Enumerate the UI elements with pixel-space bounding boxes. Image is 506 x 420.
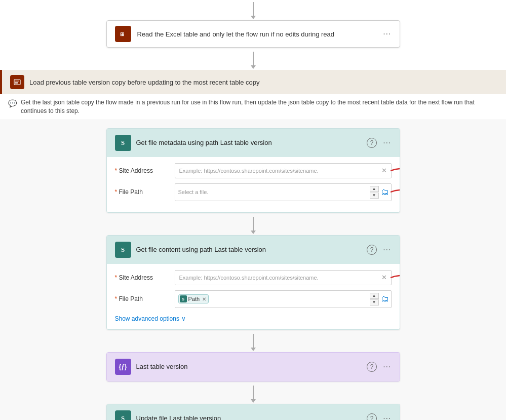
card2-path-token-remove[interactable]: ✕	[202, 296, 206, 302]
show-advanced-label: Show advanced options	[115, 315, 179, 322]
card1-help-button[interactable]: ?	[367, 138, 377, 148]
card4-title: Update file Last table version	[136, 414, 221, 420]
excel-icon: ⊞	[115, 26, 131, 42]
show-advanced-link[interactable]: Show advanced options ∨	[115, 313, 186, 323]
card1-site-placeholder: Example: https://contoso.sharepoint.com/…	[179, 168, 319, 174]
card1-filepath-label: * File Path	[115, 188, 171, 196]
red-arrow-3	[391, 273, 400, 283]
red-arrow-1	[391, 166, 400, 176]
show-advanced-chevron: ∨	[181, 315, 186, 322]
load-header-icon	[10, 75, 24, 89]
card1-filepath-folder[interactable]: 🗂	[381, 187, 389, 197]
card2-path-token: S Path ✕	[178, 294, 209, 303]
card-update-file: S Update file Last table version ? ··· *…	[106, 404, 400, 420]
card2-site-label: * Site Address	[115, 274, 171, 281]
card-get-file-content: S Get file content using path Last table…	[106, 235, 400, 330]
card2-path-token-icon: S	[180, 295, 187, 302]
card1-site-label: * Site Address	[115, 167, 171, 174]
card1-filepath-input[interactable]: Select a file. ▲ ▼ 🗂	[175, 183, 392, 201]
card2-filepath-down[interactable]: ▼	[370, 299, 379, 306]
load-header: Load previous table version copy before …	[0, 70, 506, 94]
card1-title: Get file metadata using path Last table …	[136, 139, 272, 146]
description-text: Get the last json table copy the flow ma…	[21, 98, 498, 116]
card4-header: S Update file Last table version ? ···	[107, 404, 400, 420]
red-arrow-2	[391, 187, 400, 197]
card2-filepath-input[interactable]: S Path ✕ ▲ ▼ 🗂	[175, 290, 392, 308]
card2-path-token-label: Path	[188, 296, 200, 302]
card1-header: S Get file metadata using path Last tabl…	[107, 129, 400, 157]
card2-help-button[interactable]: ?	[367, 245, 377, 255]
excel-step-menu[interactable]: ···	[383, 29, 391, 39]
card2-filepath-controls: ▲ ▼	[370, 293, 379, 306]
card2-filepath-folder[interactable]: 🗂	[381, 294, 389, 303]
card2-site-placeholder: Example: https://contoso.sharepoint.com/…	[179, 275, 319, 281]
card3-menu-button[interactable]: ···	[383, 362, 391, 371]
card1-icon: S	[115, 135, 131, 151]
card2-filepath-label: * File Path	[115, 295, 171, 302]
description-bar: 💬 Get the last json table copy the flow …	[0, 94, 506, 120]
comment-icon: 💬	[8, 99, 17, 109]
card1-filepath-placeholder: Select a file.	[178, 189, 209, 195]
card1-file-path-row: * File Path Select a file. ▲ ▼ 🗂	[115, 183, 392, 201]
card4-icon: S	[115, 410, 131, 420]
card3-header: {ƒ} Last table version ? ···	[107, 353, 400, 381]
svg-text:⊞: ⊞	[120, 31, 124, 37]
card2-icon: S	[115, 242, 131, 258]
card2-header: S Get file content using path Last table…	[107, 236, 400, 264]
card4-help-button[interactable]: ?	[367, 413, 377, 420]
load-header-text: Load previous table version copy before …	[29, 79, 260, 86]
card1-filepath-up[interactable]: ▲	[370, 186, 379, 192]
card1-filepath-controls: ▲ ▼	[370, 186, 379, 199]
card1-filepath-down[interactable]: ▼	[370, 193, 379, 199]
card2-site-input[interactable]: Example: https://contoso.sharepoint.com/…	[175, 270, 392, 285]
card4-menu-button[interactable]: ···	[383, 414, 391, 420]
card2-site-clear[interactable]: ✕	[381, 274, 387, 281]
excel-step: ⊞ Read the Excel table and only let the …	[106, 20, 400, 48]
card1-menu-button[interactable]: ···	[383, 138, 391, 147]
card2-title: Get file content using path Last table v…	[136, 246, 266, 253]
excel-step-title: Read the Excel table and only let the fl…	[137, 30, 335, 38]
card2-menu-button[interactable]: ···	[383, 245, 391, 254]
card-last-table-version: {ƒ} Last table version ? ···	[106, 352, 400, 381]
card3-title: Last table version	[136, 363, 188, 370]
card1-site-clear[interactable]: ✕	[381, 167, 387, 174]
card2-file-path-row: * File Path S Path ✕ ▲ ▼	[115, 290, 392, 308]
card3-help-button[interactable]: ?	[367, 362, 377, 372]
card2-filepath-up[interactable]: ▲	[370, 293, 379, 299]
card1-site-input[interactable]: Example: https://contoso.sharepoint.com/…	[175, 163, 392, 178]
card1-site-address-row: * Site Address Example: https://contoso.…	[115, 163, 392, 178]
card-get-file-metadata: S Get file metadata using path Last tabl…	[106, 128, 400, 213]
card3-icon: {ƒ}	[115, 359, 131, 375]
card2-site-address-row: * Site Address Example: https://contoso.…	[115, 270, 392, 285]
